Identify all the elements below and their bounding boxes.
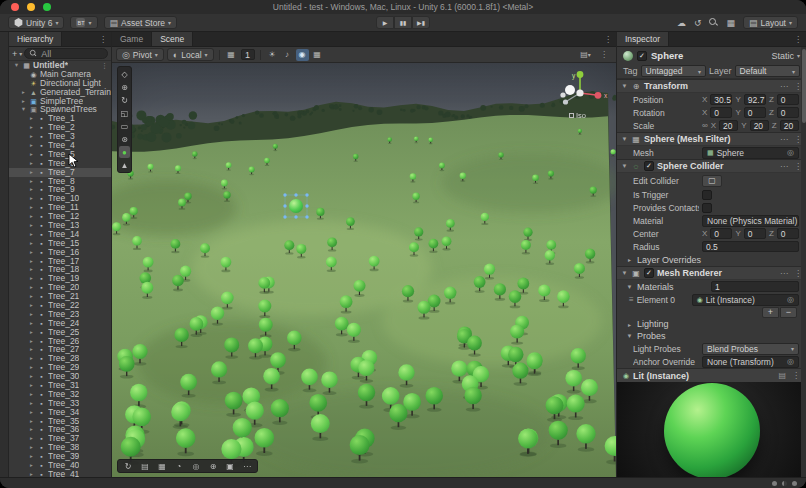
rotation-x-field[interactable]: 0 [710, 107, 732, 118]
hierarchy-item-tree[interactable]: ▸▪Tree_1 [9, 114, 111, 123]
expander-icon[interactable]: ▸ [28, 328, 35, 337]
expander-icon[interactable]: ▸ [28, 194, 35, 203]
expander-icon[interactable]: ▸ [28, 203, 35, 212]
hierarchy-item-tree[interactable]: ▸▪Tree_20 [9, 283, 111, 292]
rect-tool[interactable]: ▭ [119, 120, 130, 132]
static-dropdown[interactable]: Static ▾ [771, 51, 800, 61]
materials-count-field[interactable]: 1 [711, 281, 799, 292]
position-z-field[interactable]: 0 [777, 94, 799, 105]
panel-menu-icon[interactable]: ⋮ [95, 35, 111, 44]
tab-inspector[interactable]: Inspector [617, 32, 669, 46]
expander-icon[interactable]: ▼ [20, 105, 27, 114]
renderer-enabled-checkbox[interactable]: ✓ [644, 268, 654, 278]
hierarchy-item-tree[interactable]: ▸▪Tree_36 [9, 426, 111, 435]
drag-handle-icon[interactable]: ≡ [629, 295, 634, 304]
zoom-view-icon[interactable]: ◎ [188, 460, 204, 472]
physics-material-field[interactable]: None (Physics Material) ◎ [702, 215, 799, 227]
hierarchy-item-tree[interactable]: ▸▪Tree_19 [9, 274, 111, 283]
status-icon[interactable] [792, 481, 797, 486]
hierarchy-item-tree[interactable]: ▸▪Tree_37 [9, 434, 111, 443]
expander-icon[interactable]: ▸ [20, 88, 27, 97]
probes-foldout[interactable]: ▼ Probes [617, 330, 806, 342]
pivot-mode-dropdown[interactable]: ◎ Pivot ▾ [116, 48, 164, 61]
hierarchy-item-tree[interactable]: ▸▪Tree_8 [9, 177, 111, 186]
rotation-y-field[interactable]: 0 [744, 107, 766, 118]
hierarchy-item-tree[interactable]: ▸▪Tree_4 [9, 141, 111, 150]
edit-collider-button[interactable]: ▢ [702, 175, 722, 187]
expander-icon[interactable]: ▸ [28, 452, 35, 461]
light-probes-dropdown[interactable]: Blend Probes ▾ [702, 343, 799, 355]
panel-menu-icon[interactable]: ⋮ [600, 35, 616, 44]
expander-icon[interactable]: ▸ [28, 399, 35, 408]
hierarchy-item-tree[interactable]: ▸▪Tree_22 [9, 301, 111, 310]
expander-icon[interactable]: ▸ [28, 177, 35, 186]
provides-contacts-checkbox[interactable] [702, 203, 712, 213]
asset-store-menu[interactable]: ▤ Asset Store ▾ [104, 16, 177, 29]
add-material-button[interactable]: + [762, 307, 779, 318]
sphere-collider-component-header[interactable]: ▼ ◌ ✓ Sphere Collider ⋯⋮ [617, 159, 806, 173]
step-button[interactable]: ▶▮ [412, 16, 430, 29]
remove-material-button[interactable]: − [780, 307, 797, 318]
hierarchy-item-tree[interactable]: ▸▪Tree_32 [9, 390, 111, 399]
hierarchy-item[interactable]: ◉Main Camera [9, 70, 111, 79]
object-picker-icon[interactable]: ◎ [787, 295, 794, 304]
hierarchy-item-tree[interactable]: ▸▪Tree_15 [9, 239, 111, 248]
active-checkbox[interactable]: ✓ [637, 51, 647, 61]
expander-icon[interactable]: ▸ [28, 292, 35, 301]
hierarchy-item-tree[interactable]: ▸▪Tree_34 [9, 408, 111, 417]
expander-icon[interactable]: ▸ [28, 372, 35, 381]
foldout-icon[interactable]: ▼ [621, 83, 628, 89]
expander-icon[interactable]: ▸ [28, 319, 35, 328]
hierarchy-item-tree[interactable]: ▸▪Tree_35 [9, 417, 111, 426]
tag-dropdown[interactable]: Untagged ▾ [641, 65, 706, 77]
expander-icon[interactable]: ▸ [28, 417, 35, 426]
hierarchy-item-tree[interactable]: ▸▪Tree_5 [9, 150, 111, 159]
center-x-field[interactable]: 0 [710, 228, 732, 239]
expander-icon[interactable]: ▸ [28, 274, 35, 283]
mesh-filter-component-header[interactable]: ▼ ▦ Sphere (Mesh Filter) ⋯⋮ [617, 132, 806, 146]
hierarchy-item-tree[interactable]: ▸▪Tree_21 [9, 292, 111, 301]
object-picker-icon[interactable]: ◎ [787, 148, 794, 157]
presets-icon[interactable]: ⋯ [780, 135, 788, 144]
hierarchy-item-tree[interactable]: ▸▪Tree_25 [9, 328, 111, 337]
search-icon[interactable] [709, 18, 718, 27]
mesh-renderer-component-header[interactable]: ▼ ▣ ✓ Mesh Renderer ⋯⋮ [617, 266, 806, 280]
hierarchy-item-tree[interactable]: ▸▪Tree_11 [9, 203, 111, 212]
scale-tool[interactable]: ◱ [119, 107, 130, 119]
projection-label[interactable]: Iso [569, 111, 586, 120]
gizmos-dropdown[interactable]: ▤ ▾ [579, 49, 592, 61]
expander-icon[interactable]: ▸ [28, 443, 35, 452]
center-z-field[interactable]: 0 [777, 228, 799, 239]
hierarchy-item-tree[interactable]: ▸▪Tree_24 [9, 319, 111, 328]
tab-scene[interactable]: Scene [152, 32, 193, 46]
scale-x-field[interactable]: 20 [719, 120, 738, 131]
expander-icon[interactable]: ▸ [28, 337, 35, 346]
foldout-icon[interactable]: ▼ [621, 136, 628, 142]
expander-icon[interactable]: ▸ [28, 310, 35, 319]
tab-game[interactable]: Game [112, 32, 152, 46]
hierarchy-item-tree[interactable]: ▸▪Tree_23 [9, 310, 111, 319]
expander-icon[interactable]: ▸ [28, 114, 35, 123]
effects-toggle[interactable]: ◉ [296, 49, 309, 61]
expander-icon[interactable]: ▸ [28, 212, 35, 221]
foldout-icon[interactable]: ▼ [621, 270, 628, 276]
hierarchy-item-tree[interactable]: ▸▪Tree_10 [9, 194, 111, 203]
handle-rotation-dropdown[interactable]: ◐ Local ▾ [167, 48, 214, 61]
expander-icon[interactable]: ▸ [28, 425, 35, 434]
panel-menu-icon[interactable]: ⋮ [790, 35, 806, 44]
rotation-z-field[interactable]: 0 [777, 107, 799, 118]
anchor-override-field[interactable]: None (Transform) ◎ [702, 356, 799, 368]
frame-selected-icon[interactable]: ⊕ [205, 460, 221, 472]
hierarchy-item-tree[interactable]: ▸▪Tree_29 [9, 363, 111, 372]
expander-icon[interactable]: ▸ [28, 168, 35, 177]
move-tool[interactable]: ⊕ [119, 81, 130, 93]
hierarchy-item-tree[interactable]: ▸▪Tree_16 [9, 248, 111, 257]
hierarchy-item-tree[interactable]: ▸▪Tree_40 [9, 461, 111, 470]
grid-view-icon[interactable]: ▦ [154, 460, 170, 472]
cloud-services-icon[interactable]: ☁ [677, 18, 686, 28]
lighting-foldout[interactable]: ▸ Lighting [617, 318, 806, 330]
presets-icon[interactable]: ⋯ [780, 269, 788, 278]
add-gameobject-button[interactable]: + [12, 49, 17, 59]
expander-icon[interactable]: ▸ [28, 408, 35, 417]
hierarchy-item-tree[interactable]: ▸▪Tree_41 [9, 470, 111, 477]
